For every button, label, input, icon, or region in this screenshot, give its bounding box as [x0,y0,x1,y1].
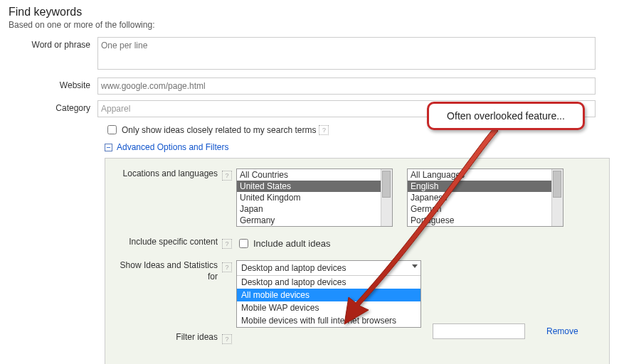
device-option[interactable]: Desktop and laptop devices [237,276,420,289]
scrollbar[interactable] [551,169,563,226]
list-item[interactable]: Japanese [408,192,563,203]
list-item[interactable]: Portuguese [408,215,563,226]
locations-listbox[interactable]: All Countries United States United Kingd… [236,168,393,227]
category-label: Category [9,100,97,113]
only-related-label: Only show ideas closely related to my se… [122,125,316,135]
list-item[interactable]: Germany [237,215,392,226]
filter-input[interactable] [433,323,525,339]
list-item[interactable]: English [408,181,563,192]
list-item[interactable]: German [408,203,563,215]
help-icon[interactable]: ? [222,171,232,181]
remove-link[interactable]: Remove [546,326,578,336]
include-adult-label: Include adult ideas [253,238,330,249]
list-item[interactable]: All Languages [408,169,563,181]
word-phrase-input[interactable] [97,37,596,70]
help-icon[interactable]: ? [222,262,232,272]
annotation-callout: Often overlooked feature... [427,102,585,130]
show-ideas-label: Show Ideas and Statistics for [115,260,222,282]
only-related-checkbox[interactable] [107,125,117,134]
device-option[interactable]: All mobile devices [237,289,420,301]
device-dropdown-list: Desktop and laptop devices All mobile de… [237,276,420,327]
list-item[interactable]: United Kingdom [237,192,392,203]
list-item[interactable]: Japan [237,203,392,215]
list-item[interactable]: Brazil [237,226,392,227]
device-option[interactable]: Mobile WAP devices [237,301,420,314]
filter-ideas-label: Filter ideas [115,332,222,343]
list-item[interactable]: All Countries [237,169,392,181]
include-content-label: Include specific content [115,237,222,248]
scrollbar[interactable] [381,169,392,226]
page-subtitle: Based on one or more of the following: [9,20,610,30]
website-label: Website [9,77,97,90]
page-title: Find keywords [9,6,610,18]
device-selected-text: Desktop and laptop devices [241,263,346,273]
include-adult-checkbox[interactable] [239,239,248,248]
device-select[interactable]: Desktop and laptop devices Desktop and l… [236,260,421,328]
chevron-down-icon [412,264,418,268]
help-icon[interactable]: ? [222,239,232,249]
loc-lang-label: Locations and languages [115,168,222,180]
advanced-panel: Locations and languages ? All Countries … [105,158,610,364]
collapse-icon[interactable]: − [105,144,112,151]
annotation-text: Often overlooked feature... [447,110,565,122]
word-phrase-label: Word or phrase [9,37,97,50]
help-icon[interactable]: ? [222,334,232,344]
device-option[interactable]: Mobile devices with full internet browse… [237,314,420,327]
help-icon[interactable]: ? [319,125,329,135]
list-item[interactable]: United States [237,181,392,192]
advanced-options-link[interactable]: Advanced Options and Filters [117,142,228,152]
device-select-value[interactable]: Desktop and laptop devices [237,261,420,276]
website-input[interactable] [97,77,596,95]
languages-listbox[interactable]: All Languages English Japanese German Po… [407,168,564,227]
